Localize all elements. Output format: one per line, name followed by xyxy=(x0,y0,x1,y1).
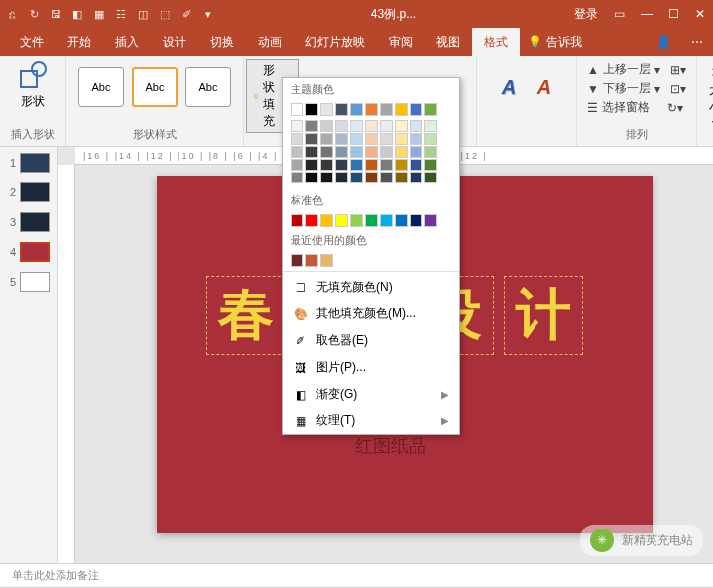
color-swatch[interactable] xyxy=(350,172,363,183)
color-swatch[interactable] xyxy=(365,120,378,132)
thumbnail[interactable]: 3 xyxy=(4,212,53,232)
selection-pane[interactable]: ☰选择窗格↻▾ xyxy=(587,99,686,116)
thumbnail[interactable]: 4 xyxy=(4,242,53,262)
tab-view[interactable]: 视图 xyxy=(424,28,472,56)
comments-icon[interactable]: ⋯ xyxy=(681,35,713,49)
color-swatch[interactable] xyxy=(424,159,437,171)
close-icon[interactable]: ✕ xyxy=(691,5,709,23)
color-swatch[interactable] xyxy=(365,146,378,158)
shape-style[interactable]: Abc xyxy=(132,67,178,107)
color-swatch[interactable] xyxy=(335,133,348,145)
color-swatch[interactable] xyxy=(320,214,333,227)
qat-icon[interactable]: ↻ xyxy=(26,6,42,22)
color-swatch[interactable] xyxy=(380,159,393,171)
gradient-fill[interactable]: ◧渐变(G)▶ xyxy=(283,381,459,408)
color-swatch[interactable] xyxy=(365,133,378,145)
color-swatch[interactable] xyxy=(410,159,422,171)
color-swatch[interactable] xyxy=(410,146,422,158)
wordart-style[interactable]: A xyxy=(529,67,560,107)
qat-icon[interactable]: ⎌ xyxy=(4,6,20,22)
qat-icon[interactable]: ▦ xyxy=(91,6,107,22)
color-swatch[interactable] xyxy=(424,214,437,227)
color-swatch[interactable] xyxy=(424,120,437,132)
color-swatch[interactable] xyxy=(395,146,408,158)
login-button[interactable]: 登录 xyxy=(570,4,602,25)
ribbon-options-icon[interactable]: ▭ xyxy=(610,5,629,23)
qat-icon[interactable]: ⬚ xyxy=(157,6,173,22)
color-swatch[interactable] xyxy=(424,103,437,116)
color-swatch[interactable] xyxy=(291,133,303,145)
subtitle[interactable]: 红图纸品 xyxy=(355,434,426,458)
color-swatch[interactable] xyxy=(320,159,333,171)
tab-insert[interactable]: 插入 xyxy=(103,28,151,56)
color-swatch[interactable] xyxy=(305,172,318,183)
tell-me[interactable]: 💡告诉我 xyxy=(528,34,582,51)
tab-review[interactable]: 审阅 xyxy=(377,28,424,56)
color-swatch[interactable] xyxy=(395,214,408,227)
minimize-icon[interactable]: — xyxy=(637,5,656,23)
color-swatch[interactable] xyxy=(291,159,303,171)
color-swatch[interactable] xyxy=(395,172,408,183)
align-icon[interactable]: ⊞▾ xyxy=(670,63,686,77)
tab-format[interactable]: 格式 xyxy=(472,28,520,56)
tab-transitions[interactable]: 切换 xyxy=(198,28,246,56)
bring-forward[interactable]: ▲上移一层▾⊞▾ xyxy=(587,61,686,78)
color-swatch[interactable] xyxy=(365,103,378,116)
color-swatch[interactable] xyxy=(350,133,363,145)
color-swatch[interactable] xyxy=(395,103,408,116)
group-icon[interactable]: ⊡▾ xyxy=(670,82,686,96)
tab-file[interactable]: 文件 xyxy=(8,28,56,56)
tab-home[interactable]: 开始 xyxy=(56,28,103,56)
color-swatch[interactable] xyxy=(335,172,348,183)
qat-icon[interactable]: ◫ xyxy=(135,6,151,22)
notes-pane[interactable]: 单击此处添加备注 xyxy=(0,563,713,587)
shapes-button[interactable]: 形状 xyxy=(8,59,58,110)
color-swatch[interactable] xyxy=(410,133,422,145)
send-backward[interactable]: ▼下移一层▾⊡▾ xyxy=(587,80,686,97)
color-swatch[interactable] xyxy=(320,146,333,158)
color-swatch[interactable] xyxy=(410,103,422,116)
color-swatch[interactable] xyxy=(350,120,363,132)
shape-style[interactable]: Abc xyxy=(78,67,124,107)
tab-animations[interactable]: 动画 xyxy=(246,28,294,56)
qat-icon[interactable]: 🖫 xyxy=(48,6,63,22)
color-swatch[interactable] xyxy=(395,133,408,145)
shape-style[interactable]: Abc xyxy=(185,67,231,107)
qat-icon[interactable]: ✐ xyxy=(178,6,194,22)
char-box[interactable]: 春 xyxy=(206,276,286,355)
color-swatch[interactable] xyxy=(320,103,333,116)
color-swatch[interactable] xyxy=(380,214,393,227)
color-swatch[interactable] xyxy=(335,146,348,158)
color-swatch[interactable] xyxy=(305,254,318,267)
color-swatch[interactable] xyxy=(320,254,333,267)
color-swatch[interactable] xyxy=(424,133,437,145)
tab-slideshow[interactable]: 幻灯片放映 xyxy=(294,28,377,56)
color-swatch[interactable] xyxy=(395,159,408,171)
color-swatch[interactable] xyxy=(305,159,318,171)
color-swatch[interactable] xyxy=(380,133,393,145)
color-swatch[interactable] xyxy=(291,120,303,132)
wordart-style[interactable]: A xyxy=(493,67,525,107)
color-swatch[interactable] xyxy=(350,146,363,158)
color-swatch[interactable] xyxy=(291,172,303,183)
char-box[interactable]: 计 xyxy=(504,276,583,355)
color-swatch[interactable] xyxy=(410,172,422,183)
color-swatch[interactable] xyxy=(380,146,393,158)
rotate-icon[interactable]: ↻▾ xyxy=(667,101,683,115)
color-swatch[interactable] xyxy=(305,146,318,158)
color-swatch[interactable] xyxy=(335,103,348,116)
color-swatch[interactable] xyxy=(305,120,318,132)
color-swatch[interactable] xyxy=(335,120,348,132)
color-swatch[interactable] xyxy=(424,146,437,158)
texture-fill[interactable]: ▦纹理(T)▶ xyxy=(283,408,459,434)
color-swatch[interactable] xyxy=(424,172,437,183)
picture-fill[interactable]: 🖼图片(P)... xyxy=(283,354,459,381)
color-swatch[interactable] xyxy=(380,120,393,132)
color-swatch[interactable] xyxy=(320,133,333,145)
color-swatch[interactable] xyxy=(365,159,378,171)
share-icon[interactable]: 👤 xyxy=(647,35,681,49)
thumbnail[interactable]: 5 xyxy=(4,272,53,292)
maximize-icon[interactable]: ☐ xyxy=(664,5,683,23)
color-swatch[interactable] xyxy=(380,172,393,183)
tab-design[interactable]: 设计 xyxy=(151,28,198,56)
